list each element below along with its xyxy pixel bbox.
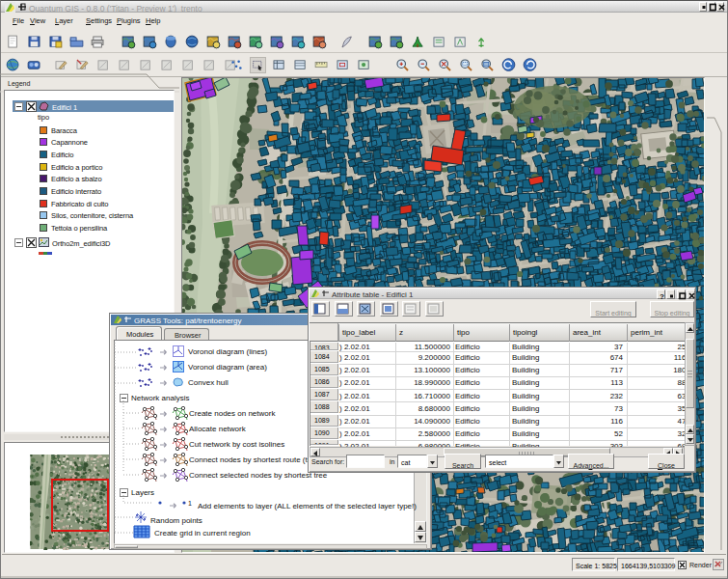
svg-text:?: ?	[660, 291, 664, 300]
svg-text:1: 1	[188, 500, 192, 507]
